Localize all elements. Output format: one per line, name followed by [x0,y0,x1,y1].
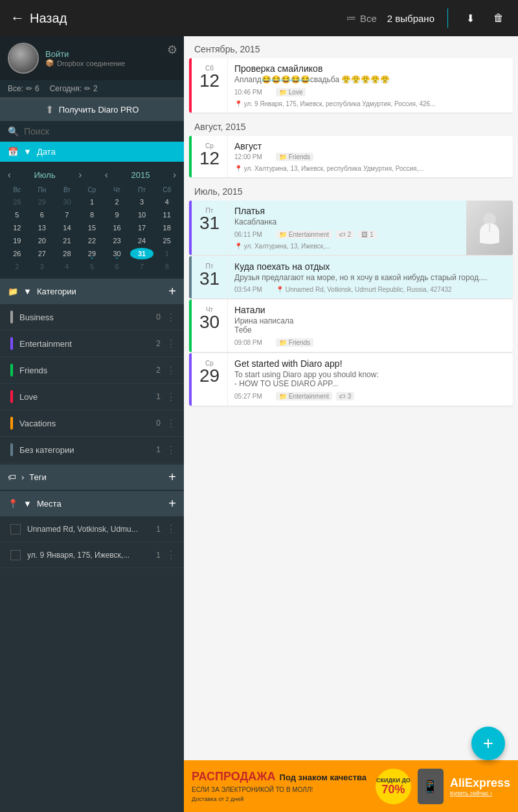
category-item-love[interactable]: Love 1 ⋮ [0,384,184,410]
cal-day[interactable]: 15 [80,222,104,234]
cal-day[interactable]: 13 [30,222,54,234]
place-item-1[interactable]: Unnamed Rd, Votkinsk, Udmu... 1 ⋮ [0,516,184,542]
calendar-month-label[interactable]: Июль [34,170,56,180]
cal-header-tue: Вт [55,185,79,195]
add-entry-fab[interactable]: + [471,727,505,760]
cal-day[interactable]: 1 [155,248,179,259]
prev-month-button[interactable]: ‹ [8,170,11,180]
ad-cta[interactable]: Купить сейчас › [450,790,492,796]
settings-button[interactable]: ⚙ [167,43,177,57]
entry-card-aug1[interactable]: Ср 12 Август 12:00 PM 📁 Friends 📍 ул. Ха… [189,136,513,177]
category-menu-icon[interactable]: ⋮ [166,311,176,324]
cal-day[interactable]: 29 [30,196,54,208]
cal-day[interactable]: 7 [130,261,154,272]
entry-card-jul3[interactable]: Чт 30 Натали Ирина написалаТебе 09:08 PM… [189,300,513,352]
category-menu-icon[interactable]: ⋮ [166,391,176,403]
cal-day[interactable]: 30 [105,248,129,259]
cal-day[interactable]: 12 [5,222,29,234]
ad-banner[interactable]: РАСПРОДАЖА Под знаком качества ЕСЛИ ЗА Э… [184,760,518,812]
category-item-friends[interactable]: Friends 2 ⋮ [0,357,184,384]
cal-day[interactable]: 23 [105,235,129,247]
cal-day[interactable]: 11 [155,209,179,221]
cal-day[interactable]: 2 [105,196,129,208]
place-menu-1[interactable]: ⋮ [166,523,176,535]
entry-preview: To start using Diaro app you should know… [234,370,506,388]
entry-time: 09:08 PM [234,339,272,346]
cal-day[interactable]: 21 [55,235,79,247]
entry-card-sep1[interactable]: Сб 12 Проверка смайликов Аплапд😂😂😂😂😂свад… [189,58,513,113]
cal-day[interactable]: 8 [155,261,179,272]
category-menu-icon[interactable]: ⋮ [166,417,176,430]
cal-day[interactable]: 3 [30,261,54,272]
cal-day[interactable]: 4 [155,196,179,208]
category-item-none[interactable]: Без категории 1 ⋮ [0,437,184,463]
categories-section-header[interactable]: 📁 ▼ Категории + [0,279,184,304]
cal-day[interactable]: 8 [80,209,104,221]
category-item-entertainment[interactable]: Entertainment 2 ⋮ [0,331,184,357]
cal-day[interactable]: 25 [155,235,179,247]
cal-day[interactable]: 29 [80,248,104,259]
back-button[interactable]: ← [10,10,25,27]
place-checkbox-1[interactable] [10,524,21,534]
date-section-header[interactable]: 📅 ▼ Дата [0,142,184,162]
cal-day[interactable]: 26 [5,248,29,259]
cal-day[interactable]: 6 [30,209,54,221]
entry-card-jul2[interactable]: Пт 31 Куда поехать на отдых Друзья предл… [189,256,513,298]
category-menu-icon[interactable]: ⋮ [166,444,176,456]
category-menu-icon[interactable]: ⋮ [166,338,176,350]
cal-day[interactable]: 5 [80,261,104,272]
cal-day[interactable]: 14 [55,222,79,234]
cal-day[interactable]: 10 [130,209,154,221]
cal-day[interactable]: 27 [30,248,54,259]
place-item-2[interactable]: ул. 9 Января, 175, Ижевск,... 1 ⋮ [0,542,184,568]
place-menu-2[interactable]: ⋮ [166,549,176,561]
next-year-button[interactable]: › [173,170,176,180]
category-item-business[interactable]: Business 0 ⋮ [0,304,184,331]
cal-day[interactable]: 1 [80,196,104,208]
sidebar-header: Войти 📦 Dropbox соединение ⚙ [0,36,184,80]
entry-title: Платья [234,206,460,216]
cal-day[interactable]: 2 [5,261,29,272]
cal-day-today[interactable]: 31 [130,248,154,259]
download-button[interactable]: ⬇ [461,9,479,27]
category-name: Entertainment [19,339,156,349]
add-tag-button[interactable]: + [168,470,176,485]
login-button[interactable]: Войти [45,49,176,59]
cal-day[interactable]: 4 [55,261,79,272]
next-month-button[interactable]: › [79,170,82,180]
cal-day[interactable]: 7 [55,209,79,221]
category-item-vacations[interactable]: Vacations 0 ⋮ [0,410,184,437]
calendar-year-label[interactable]: 2015 [131,170,150,180]
filter-all-button[interactable]: ≔ Все [346,12,377,24]
category-menu-icon[interactable]: ⋮ [166,364,176,377]
cal-day[interactable]: 19 [5,235,29,247]
delete-button[interactable]: 🗑 [490,9,508,27]
entry-card-jul1[interactable]: Пт 31 Платья Касабланка 06:11 PM 📁 Enter… [189,201,513,255]
cal-day[interactable]: 22 [80,235,104,247]
prev-year-button[interactable]: ‹ [105,170,108,180]
stat-today-label: Сегодня: [50,84,82,93]
add-place-button[interactable]: + [168,496,176,511]
add-category-button[interactable]: + [168,284,176,299]
pro-banner[interactable]: ⬆ Получить Diaro PRO [0,98,184,121]
cal-day[interactable]: 28 [5,196,29,208]
cal-day[interactable]: 16 [105,222,129,234]
cal-day[interactable]: 17 [130,222,154,234]
cal-day[interactable]: 18 [155,222,179,234]
search-input[interactable] [24,126,176,137]
place-checkbox-2[interactable] [10,550,21,560]
entry-card-jul4[interactable]: Ср 29 Get started with Diaro app! To sta… [189,353,513,406]
cal-day[interactable]: 3 [130,196,154,208]
cal-day[interactable]: 24 [130,235,154,247]
category-name: Без категории [19,445,156,455]
cal-day[interactable]: 20 [30,235,54,247]
places-section-header[interactable]: 📍 ▼ Места + [0,491,184,516]
cal-day[interactable]: 9 [105,209,129,221]
cal-day[interactable]: 28 [55,248,79,259]
entry-category: 📁 Love [276,88,306,96]
tags-section-header[interactable]: 🏷 › Теги + [0,465,184,490]
cal-day[interactable]: 5 [5,209,29,221]
cal-day[interactable]: 30 [55,196,79,208]
category-color-bar [10,337,13,350]
cal-day[interactable]: 6 [105,261,129,272]
